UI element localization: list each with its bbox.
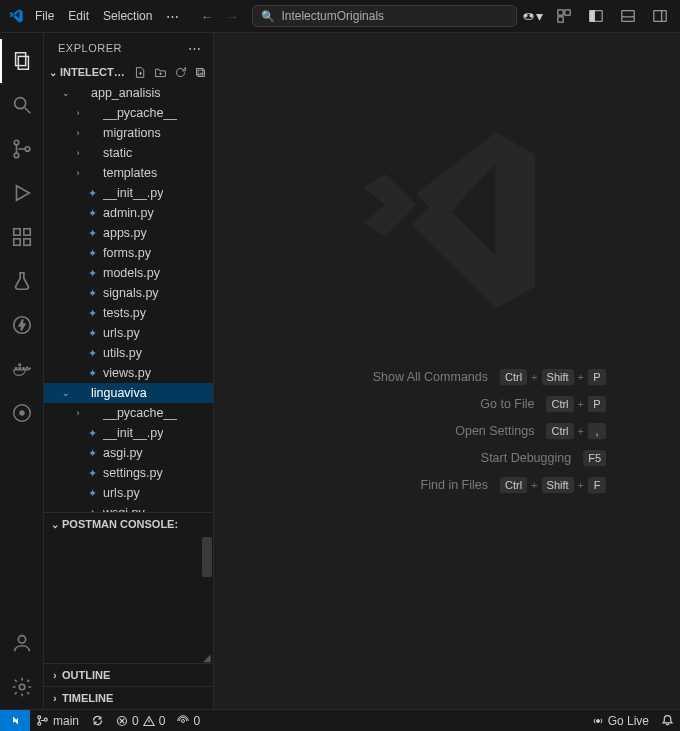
tree-label: views.py xyxy=(103,366,151,380)
root-folder-name: INTELECTUMORIGIN... xyxy=(60,66,131,78)
tree-label: static xyxy=(103,146,132,160)
tree-label: signals.py xyxy=(103,286,159,300)
tree-file[interactable]: ✦forms.py xyxy=(44,243,213,263)
keycap: F5 xyxy=(583,450,606,467)
tree-label: __pycache__ xyxy=(103,106,177,120)
scrollbar-thumb[interactable] xyxy=(202,537,212,577)
resize-handle-icon[interactable]: ◢ xyxy=(201,651,213,663)
shortcut-row: Find in FilesCtrl+Shift+F xyxy=(288,477,606,494)
menu-bar: File Edit Selection ⋯ xyxy=(28,5,186,28)
problems-button[interactable]: 0 0 xyxy=(110,710,171,732)
nav-back-icon[interactable]: ← xyxy=(200,9,213,24)
copilot-icon[interactable]: ▾ xyxy=(517,1,547,31)
tree-folder[interactable]: ›migrations xyxy=(44,123,213,143)
vscode-logo-icon xyxy=(8,4,24,28)
tree-label: admin.py xyxy=(103,206,154,220)
new-file-icon[interactable] xyxy=(131,63,149,81)
chevron-right-icon: › xyxy=(48,670,62,681)
activity-accounts-icon[interactable] xyxy=(0,621,44,665)
collapse-all-icon[interactable] xyxy=(191,63,209,81)
tree-file[interactable]: ✦admin.py xyxy=(44,203,213,223)
section-label: OUTLINE xyxy=(62,669,110,681)
py-file-icon: ✦ xyxy=(84,287,100,300)
tree-file[interactable]: ✦asgi.py xyxy=(44,443,213,463)
layout-customize-icon[interactable] xyxy=(549,1,579,31)
shortcut-row: Start DebuggingF5 xyxy=(288,450,606,467)
sync-button[interactable] xyxy=(85,710,110,732)
tree-file[interactable]: ✦urls.py xyxy=(44,483,213,503)
activity-settings-icon[interactable] xyxy=(0,665,44,709)
go-live-button[interactable]: Go Live xyxy=(586,710,655,732)
tree-label: app_analisis xyxy=(91,86,161,100)
activity-source-control-icon[interactable] xyxy=(0,127,44,171)
activity-search-icon[interactable] xyxy=(0,83,44,127)
chevron-icon: ⌄ xyxy=(60,88,72,98)
menu-file[interactable]: File xyxy=(28,5,61,28)
tree-folder[interactable]: ›templates xyxy=(44,163,213,183)
tree-folder[interactable]: ›__pycache__ xyxy=(44,403,213,423)
tree-file[interactable]: ✦views.py xyxy=(44,363,213,383)
remote-button[interactable] xyxy=(0,710,30,732)
new-folder-icon[interactable] xyxy=(151,63,169,81)
py-file-icon: ✦ xyxy=(84,347,100,360)
tree-folder[interactable]: ›static xyxy=(44,143,213,163)
tree-file[interactable]: ✦utils.py xyxy=(44,343,213,363)
svg-point-36 xyxy=(38,716,41,719)
section-timeline[interactable]: › TIMELINE xyxy=(44,687,213,709)
chevron-icon: › xyxy=(72,408,84,418)
tree-file[interactable]: ✦__init__.py xyxy=(44,423,213,443)
tree-file[interactable]: ✦wsgi.py xyxy=(44,503,213,512)
tree-file[interactable]: ✦tests.py xyxy=(44,303,213,323)
tree-file[interactable]: ✦__init__.py xyxy=(44,183,213,203)
tree-folder[interactable]: ⌄app_analisis xyxy=(44,83,213,103)
chevron-down-icon: ⌄ xyxy=(46,67,60,78)
py-file-icon: ✦ xyxy=(84,207,100,220)
menu-more-icon[interactable]: ⋯ xyxy=(159,5,186,28)
py-file-icon: ✦ xyxy=(84,427,100,440)
activity-thunder-icon[interactable] xyxy=(0,303,44,347)
panel-left-icon[interactable] xyxy=(581,1,611,31)
nav-forward-icon[interactable]: → xyxy=(225,9,238,24)
menu-selection[interactable]: Selection xyxy=(96,5,159,28)
git-branch[interactable]: main xyxy=(30,710,85,732)
py-file-icon: ✦ xyxy=(84,447,100,460)
ports-button[interactable]: 0 xyxy=(171,710,206,732)
file-tree: ⌄app_analisis›__pycache__›migrations›sta… xyxy=(44,83,213,512)
tree-file[interactable]: ✦models.py xyxy=(44,263,213,283)
tree-label: urls.py xyxy=(103,486,140,500)
panel-bottom-icon[interactable] xyxy=(613,1,643,31)
tree-label: __pycache__ xyxy=(103,406,177,420)
activity-run-debug-icon[interactable] xyxy=(0,171,44,215)
svg-rect-8 xyxy=(590,11,594,22)
notifications-button[interactable] xyxy=(655,710,680,732)
shortcut-row: Go to FileCtrl+P xyxy=(288,396,606,413)
sidebar-more-icon[interactable]: ⋯ xyxy=(184,39,205,58)
activity-explorer-icon[interactable] xyxy=(0,39,44,83)
go-live-label: Go Live xyxy=(608,714,649,728)
tree-file[interactable]: ✦signals.py xyxy=(44,283,213,303)
folder-root-header[interactable]: ⌄ INTELECTUMORIGIN... xyxy=(44,61,213,83)
command-center-search[interactable]: 🔍 IntelectumOriginals xyxy=(252,5,517,27)
svg-point-31 xyxy=(18,636,25,643)
tree-file[interactable]: ✦urls.py xyxy=(44,323,213,343)
tree-folder[interactable]: ›__pycache__ xyxy=(44,103,213,123)
tree-label: apps.py xyxy=(103,226,147,240)
menu-edit[interactable]: Edit xyxy=(61,5,96,28)
panel-right-icon[interactable] xyxy=(645,1,675,31)
chevron-right-icon: › xyxy=(48,693,62,704)
section-outline[interactable]: › OUTLINE xyxy=(44,664,213,686)
refresh-icon[interactable] xyxy=(171,63,189,81)
svg-rect-11 xyxy=(654,11,666,22)
activity-extensions-icon[interactable] xyxy=(0,215,44,259)
activity-postman-icon[interactable] xyxy=(0,391,44,435)
svg-point-44 xyxy=(596,719,599,722)
activity-testing-icon[interactable] xyxy=(0,259,44,303)
section-postman-console[interactable]: ⌄ POSTMAN CONSOLE: xyxy=(44,513,213,535)
svg-rect-33 xyxy=(196,68,203,75)
tree-file[interactable]: ✦apps.py xyxy=(44,223,213,243)
shortcut-row: Open SettingsCtrl+, xyxy=(288,423,606,440)
tree-folder[interactable]: ⌄linguaviva xyxy=(44,383,213,403)
tree-file[interactable]: ✦settings.py xyxy=(44,463,213,483)
activity-docker-icon[interactable] xyxy=(0,347,44,391)
svg-point-37 xyxy=(38,722,41,725)
